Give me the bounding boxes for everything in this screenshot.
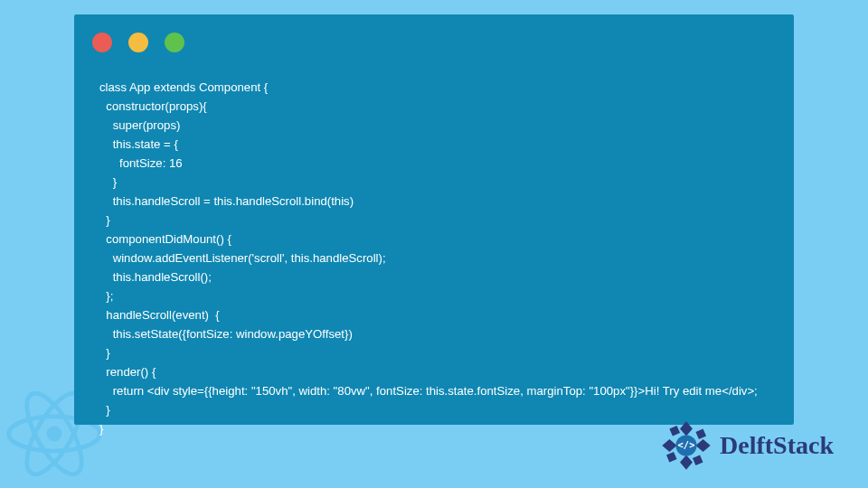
minimize-icon[interactable]	[128, 33, 148, 52]
svg-point-3	[47, 427, 62, 442]
brand: </> DelftStack	[660, 419, 834, 472]
maximize-icon[interactable]	[165, 33, 184, 52]
window-controls	[92, 33, 184, 52]
brand-name: DelftStack	[720, 431, 834, 460]
code-content: class App extends Component { constructo…	[99, 78, 776, 438]
close-icon[interactable]	[92, 33, 112, 52]
code-window: class App extends Component { constructo…	[74, 14, 794, 425]
svg-text:</>: </>	[678, 439, 695, 450]
brand-logo-icon: </>	[660, 419, 712, 472]
